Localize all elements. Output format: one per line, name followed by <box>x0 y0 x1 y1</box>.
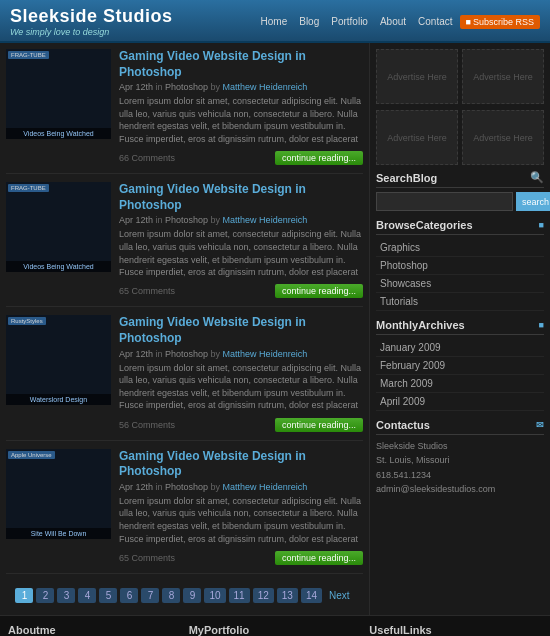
page-5[interactable]: 5 <box>99 588 117 603</box>
page-6[interactable]: 6 <box>120 588 138 603</box>
page-next[interactable]: Next <box>325 588 354 603</box>
pagination: 1234567891011121314Next <box>6 582 363 609</box>
article-date-3: Apr 12th <box>119 482 153 492</box>
continue-reading-2[interactable]: continue reading... <box>275 418 363 432</box>
page-13[interactable]: 13 <box>277 588 298 603</box>
continue-reading-1[interactable]: continue reading... <box>275 284 363 298</box>
page-4[interactable]: 4 <box>78 588 96 603</box>
article-author-0[interactable]: Matthew Heidenreich <box>223 82 308 92</box>
page-10[interactable]: 10 <box>204 588 225 603</box>
nav-blog[interactable]: Blog <box>294 14 324 29</box>
page-7[interactable]: 7 <box>141 588 159 603</box>
ads-row-1: Advertise Here Advertise Here <box>376 49 544 104</box>
category-graphics[interactable]: Graphics <box>376 239 544 257</box>
ad-1-label: Advertise Here <box>387 72 447 82</box>
archives-icon: ■ <box>539 320 544 330</box>
article-date-2: Apr 12th <box>119 349 153 359</box>
article-author-3[interactable]: Matthew Heidenreich <box>223 482 308 492</box>
search-title-text: SearchBlog <box>376 172 437 184</box>
archives-list: January 2009February 2009March 2009April… <box>376 339 544 411</box>
main-wrapper: FRAG-TUBE Videos Being Watched Gaming Vi… <box>0 43 550 615</box>
search-title: SearchBlog 🔍 <box>376 171 544 188</box>
footer-links-title: UsefulLinks <box>369 624 542 636</box>
article-date-1: Apr 12th <box>119 215 153 225</box>
ad-1[interactable]: Advertise Here <box>376 49 458 104</box>
ad-3-label: Advertise Here <box>387 133 447 143</box>
article-3: Apple Universe Site Will Be Down Gaming … <box>6 449 363 574</box>
ad-2-label: Advertise Here <box>473 72 533 82</box>
nav-about[interactable]: About <box>375 14 411 29</box>
article-title-0[interactable]: Gaming Video Website Design in Photoshop <box>119 49 363 80</box>
continue-reading-3[interactable]: continue reading... <box>275 551 363 565</box>
categories-list: GraphicsPhotoshopShowcasesTutorials <box>376 239 544 311</box>
article-footer-3: 65 Comments continue reading... <box>119 551 363 565</box>
article-thumb-0: FRAG-TUBE Videos Being Watched <box>6 49 111 139</box>
article-body-0: Gaming Video Website Design in Photoshop… <box>119 49 363 165</box>
ad-2[interactable]: Advertise Here <box>462 49 544 104</box>
page-11[interactable]: 11 <box>229 588 250 603</box>
article-1: FRAG-TUBE Videos Being Watched Gaming Vi… <box>6 182 363 307</box>
ad-3[interactable]: Advertise Here <box>376 110 458 165</box>
thumb-tag-0: FRAG-TUBE <box>8 51 49 59</box>
footer-about: Aboutme Lorem ipsum dolor sit amet, cons… <box>8 624 181 636</box>
categories-title-text: BrowseCategories <box>376 219 473 231</box>
article-title-2[interactable]: Gaming Video Website Design in Photoshop <box>119 315 363 346</box>
header: Sleekside Studios We simply love to desi… <box>0 0 550 43</box>
archive-item[interactable]: April 2009 <box>376 393 544 411</box>
category-photoshop[interactable]: Photoshop <box>376 257 544 275</box>
category-tutorials[interactable]: Tutorials <box>376 293 544 311</box>
continue-reading-0[interactable]: continue reading... <box>275 151 363 165</box>
page-12[interactable]: 12 <box>253 588 274 603</box>
article-title-1[interactable]: Gaming Video Website Design in Photoshop <box>119 182 363 213</box>
article-meta-1: Apr 12th in Photoshop by Matthew Heidenr… <box>119 215 363 225</box>
article-title-3[interactable]: Gaming Video Website Design in Photoshop <box>119 449 363 480</box>
category-showcases[interactable]: Showcases <box>376 275 544 293</box>
contact-company: Sleekside Studios <box>376 439 544 453</box>
footer-links: UsefulLinks Deviant ArtArticlesForums <box>369 624 542 636</box>
search-button[interactable]: search <box>516 192 550 211</box>
nav-contact[interactable]: Contact <box>413 14 457 29</box>
footer: Aboutme Lorem ipsum dolor sit amet, cons… <box>0 615 550 636</box>
article-cat-0[interactable]: Photoshop <box>165 82 208 92</box>
thumb-tag-3: Apple Universe <box>8 451 55 459</box>
rss-icon: ■ <box>466 17 471 27</box>
article-comments-3: 65 Comments <box>119 553 175 563</box>
archive-item[interactable]: January 2009 <box>376 339 544 357</box>
contact-section: Contactus ✉ Sleekside Studios St. Louis,… <box>376 419 544 497</box>
logo-title: Sleekside Studios <box>10 6 173 27</box>
ad-4[interactable]: Advertise Here <box>462 110 544 165</box>
logo-subtitle: We simply love to design <box>10 27 173 37</box>
contact-info: Sleekside Studios St. Louis, Missouri 61… <box>376 439 544 497</box>
archives-section: MonthlyArchives ■ January 2009February 2… <box>376 319 544 411</box>
page-2[interactable]: 2 <box>36 588 54 603</box>
article-text-0: Lorem ipsum dolor sit amet, consectetur … <box>119 95 363 147</box>
article-text-3: Lorem ipsum dolor sit amet, consectetur … <box>119 495 363 547</box>
archive-item[interactable]: February 2009 <box>376 357 544 375</box>
article-cat-3[interactable]: Photoshop <box>165 482 208 492</box>
article-meta-0: Apr 12th in Photoshop by Matthew Heidenr… <box>119 82 363 92</box>
page-14[interactable]: 14 <box>301 588 322 603</box>
article-author-1[interactable]: Matthew Heidenreich <box>223 215 308 225</box>
navigation: Home Blog Portfolio About Contact ■ Subs… <box>256 14 540 29</box>
article-footer-1: 65 Comments continue reading... <box>119 284 363 298</box>
categories-title: BrowseCategories ■ <box>376 219 544 235</box>
nav-portfolio[interactable]: Portfolio <box>326 14 373 29</box>
archive-item[interactable]: March 2009 <box>376 375 544 393</box>
article-cat-2[interactable]: Photoshop <box>165 349 208 359</box>
article-author-2[interactable]: Matthew Heidenreich <box>223 349 308 359</box>
page-8[interactable]: 8 <box>162 588 180 603</box>
article-cat-1[interactable]: Photoshop <box>165 215 208 225</box>
search-input[interactable] <box>376 192 513 211</box>
thumb-inner-2: RustyStyles Waterslord Design <box>6 315 111 405</box>
articles-container: FRAG-TUBE Videos Being Watched Gaming Vi… <box>6 49 363 574</box>
article-0: FRAG-TUBE Videos Being Watched Gaming Vi… <box>6 49 363 174</box>
page-3[interactable]: 3 <box>57 588 75 603</box>
search-section: SearchBlog 🔍 search <box>376 171 544 211</box>
article-meta-2: Apr 12th in Photoshop by Matthew Heidenr… <box>119 349 363 359</box>
nav-home[interactable]: Home <box>256 14 293 29</box>
page-9[interactable]: 9 <box>183 588 201 603</box>
page-1[interactable]: 1 <box>15 588 33 603</box>
footer-portfolio-title: MyPortfolio <box>189 624 362 636</box>
article-footer-2: 56 Comments continue reading... <box>119 418 363 432</box>
rss-button[interactable]: ■ Subscribe RSS <box>460 15 540 29</box>
